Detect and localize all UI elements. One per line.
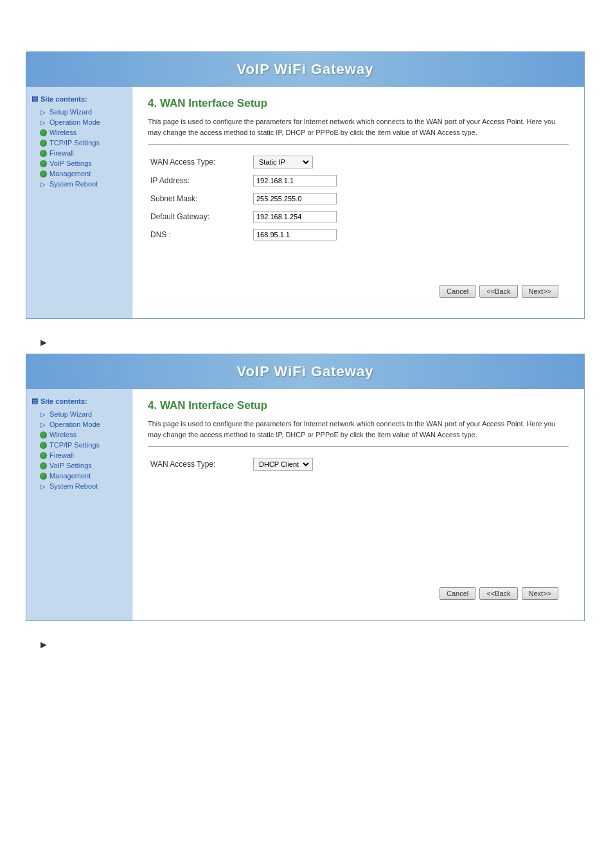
- sidebar-label: Setup Wizard: [49, 108, 92, 116]
- sidebar-label: Firewall: [49, 149, 74, 157]
- sidebar-item-wireless-1[interactable]: Wireless: [31, 127, 127, 138]
- list-icon-2: ▤: [31, 397, 38, 405]
- sidebar-label: VoIP Settings: [49, 159, 92, 167]
- gateway-panel-1: VoIP WiFi Gateway ▤ Site contents: ▷ Set…: [26, 51, 585, 319]
- default-gateway-input[interactable]: [253, 211, 337, 222]
- table-row: WAN Access Type: DHCP Client Static IP P…: [148, 455, 569, 474]
- cancel-button-2[interactable]: Cancel: [440, 587, 475, 600]
- subnet-mask-input[interactable]: [253, 193, 337, 204]
- globe-icon-1: [39, 129, 47, 136]
- button-row-1: Cancel <<Back Next>>: [148, 277, 569, 308]
- globe-icon-5: [39, 170, 47, 177]
- sidebar-item-voip-1[interactable]: VoIP Settings: [31, 158, 127, 168]
- globe-icon-8: [39, 451, 47, 459]
- ip-address-label: IP Address:: [148, 172, 251, 190]
- flag-icon-3: ▷: [39, 180, 47, 188]
- sidebar-item-tcpip-1[interactable]: TCP/IP Settings: [31, 138, 127, 148]
- panel-title-1: VoIP WiFi Gateway: [39, 61, 571, 78]
- sidebar-title-1: ▤ Site contents:: [31, 95, 127, 103]
- right-arrow-icon-2: ►: [39, 639, 49, 651]
- globe-icon-2: [39, 139, 47, 147]
- arrow-divider-2: ►: [26, 634, 587, 656]
- table-row: DNS :: [148, 226, 569, 244]
- flag-icon-1: ▷: [39, 108, 47, 116]
- list-icon: ▤: [31, 95, 38, 103]
- sidebar-label: Firewall: [49, 451, 74, 459]
- description-1: This page is used to configure the param…: [148, 116, 569, 145]
- default-gateway-label: Default Gateway:: [148, 208, 251, 226]
- content-1: 4. WAN Interface Setup This page is used…: [132, 87, 584, 318]
- default-gateway-cell: [251, 208, 569, 226]
- sidebar-label: Management: [49, 472, 91, 480]
- dns-cell: [251, 226, 569, 244]
- sidebar-item-reboot-1[interactable]: ▷ System Reboot: [31, 179, 127, 189]
- sidebar-label: Wireless: [49, 129, 76, 136]
- cancel-button-1[interactable]: Cancel: [440, 285, 475, 298]
- table-row: Default Gateway:: [148, 208, 569, 226]
- sidebar-item-voip-2[interactable]: VoIP Settings: [31, 460, 127, 471]
- button-row-2: Cancel <<Back Next>>: [148, 579, 569, 610]
- content-2: 4. WAN Interface Setup This page is used…: [132, 389, 584, 620]
- section-title-1: 4. WAN Interface Setup: [148, 97, 569, 110]
- wan-access-select-wrapper[interactable]: Static IP DHCP Client PPPoE: [253, 156, 313, 168]
- table-row: Subnet Mask:: [148, 190, 569, 208]
- panel-body-1: ▤ Site contents: ▷ Setup Wizard ▷ Operat…: [26, 87, 584, 318]
- flag-icon-2: ▷: [39, 118, 47, 126]
- sidebar-title-2: ▤ Site contents:: [31, 397, 127, 405]
- sidebar-item-management-2[interactable]: Management: [31, 471, 127, 481]
- sidebar-1: ▤ Site contents: ▷ Setup Wizard ▷ Operat…: [26, 87, 132, 318]
- panel-body-2: ▤ Site contents: ▷ Setup Wizard ▷ Operat…: [26, 389, 584, 620]
- dns-label: DNS :: [148, 226, 251, 244]
- globe-icon-3: [39, 149, 47, 157]
- globe-icon-6: [39, 431, 47, 439]
- panel-header-2: VoIP WiFi Gateway: [26, 354, 584, 389]
- description-2: This page is used to configure the param…: [148, 419, 569, 447]
- wan-access-type-cell: Static IP DHCP Client PPPoE: [251, 152, 569, 172]
- sidebar-label: System Reboot: [49, 180, 98, 188]
- sidebar-item-wireless-2[interactable]: Wireless: [31, 429, 127, 440]
- next-button-1[interactable]: Next>>: [522, 285, 558, 298]
- sidebar-item-operation-mode-1[interactable]: ▷ Operation Mode: [31, 117, 127, 127]
- wan-access-select[interactable]: Static IP DHCP Client PPPoE: [255, 157, 311, 167]
- table-row: IP Address:: [148, 172, 569, 190]
- arrow-divider-1: ►: [26, 332, 587, 354]
- wan-access-type-label: WAN Access Type:: [148, 152, 251, 172]
- flag-icon-5: ▷: [39, 420, 47, 428]
- next-button-2[interactable]: Next>>: [522, 587, 558, 600]
- form-table-1: WAN Access Type: Static IP DHCP Client P…: [148, 152, 569, 244]
- flag-icon-6: ▷: [39, 482, 47, 490]
- globe-icon-4: [39, 159, 47, 167]
- ip-address-cell: [251, 172, 569, 190]
- back-button-2[interactable]: <<Back: [479, 587, 517, 600]
- form-table-2: WAN Access Type: DHCP Client Static IP P…: [148, 455, 569, 474]
- wan-access-select-2[interactable]: DHCP Client Static IP PPPoE: [255, 459, 311, 469]
- ip-address-input[interactable]: [253, 175, 337, 186]
- gateway-panel-2: VoIP WiFi Gateway ▤ Site contents: ▷ Set…: [26, 354, 585, 621]
- sidebar-label: Wireless: [49, 431, 76, 439]
- wan-access-type-label-2: WAN Access Type:: [148, 455, 251, 474]
- sidebar-item-firewall-2[interactable]: Firewall: [31, 450, 127, 460]
- dns-input[interactable]: [253, 229, 337, 240]
- wan-access-select-wrapper-2[interactable]: DHCP Client Static IP PPPoE: [253, 458, 313, 471]
- sidebar-item-operation-mode-2[interactable]: ▷ Operation Mode: [31, 419, 127, 429]
- right-arrow-icon: ►: [39, 337, 49, 348]
- panel-header-1: VoIP WiFi Gateway: [26, 52, 584, 87]
- wan-access-type-cell-2: DHCP Client Static IP PPPoE: [251, 455, 569, 474]
- sidebar-label: TCP/IP Settings: [49, 139, 100, 147]
- back-button-1[interactable]: <<Back: [479, 285, 517, 298]
- sidebar-item-tcpip-2[interactable]: TCP/IP Settings: [31, 440, 127, 450]
- flag-icon-4: ▷: [39, 410, 47, 418]
- sidebar-item-reboot-2[interactable]: ▷ System Reboot: [31, 481, 127, 491]
- sidebar-label: Management: [49, 170, 91, 177]
- sidebar-label: TCP/IP Settings: [49, 441, 100, 449]
- section-title-2: 4. WAN Interface Setup: [148, 399, 569, 412]
- table-row: WAN Access Type: Static IP DHCP Client P…: [148, 152, 569, 172]
- panel-title-2: VoIP WiFi Gateway: [39, 363, 571, 380]
- sidebar-item-management-1[interactable]: Management: [31, 168, 127, 179]
- sidebar-item-setup-wizard-1[interactable]: ▷ Setup Wizard: [31, 107, 127, 117]
- subnet-mask-cell: [251, 190, 569, 208]
- sidebar-2: ▤ Site contents: ▷ Setup Wizard ▷ Operat…: [26, 389, 132, 620]
- sidebar-item-setup-wizard-2[interactable]: ▷ Setup Wizard: [31, 409, 127, 419]
- globe-icon-9: [39, 462, 47, 469]
- sidebar-item-firewall-1[interactable]: Firewall: [31, 148, 127, 158]
